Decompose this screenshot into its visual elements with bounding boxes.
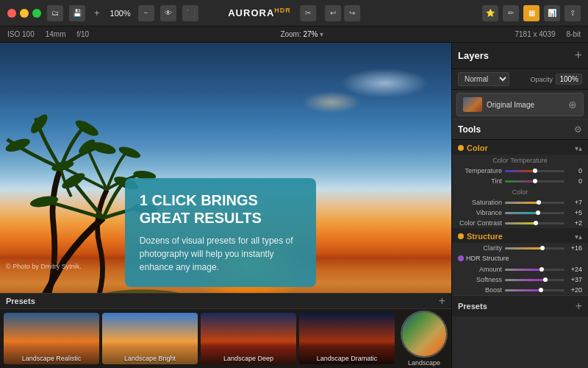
photo-area[interactable]: © Photo by Dmitry Sytnik. 1 CLICK BRINGS… (0, 43, 451, 368)
save-icon[interactable]: 💾 (69, 5, 85, 21)
structure-section-header[interactable]: Structure ▾▴ (452, 228, 588, 243)
vibrance-value: +5 (567, 209, 582, 216)
amount-track[interactable] (505, 269, 564, 271)
vibrance-thumb[interactable] (536, 210, 540, 215)
share-icon[interactable]: ⇪ (564, 5, 581, 21)
panels-icon[interactable]: ⬛ (182, 5, 198, 21)
color-dot (458, 145, 464, 151)
saturation-track[interactable] (505, 202, 564, 204)
svg-point-3 (90, 140, 117, 156)
layers-add-button[interactable]: + (574, 48, 582, 63)
maximize-button[interactable] (32, 9, 41, 18)
histogram-icon[interactable]: 📊 (544, 5, 560, 21)
zoom-display[interactable]: Zoom: 27% ▾ (100, 30, 503, 38)
tools-settings-icon[interactable]: ⚙ (574, 124, 582, 135)
structure-collapse-icon[interactable]: ▾▴ (575, 233, 582, 241)
layer-thumbnail (463, 97, 482, 112)
vibrance-fill (505, 212, 538, 214)
preset-circle[interactable] (401, 311, 448, 358)
temperature-thumb[interactable] (533, 169, 537, 173)
layers-icon[interactable]: ▦ (523, 5, 539, 21)
layer-item[interactable]: Original Image ⊕ (456, 93, 584, 116)
temperature-value: 0 (567, 167, 582, 174)
temperature-slider-row: Temperature 0 (452, 166, 588, 176)
panel-presets-add-button[interactable]: + (576, 300, 582, 313)
hdr-badge: HDR Structure (458, 255, 582, 262)
minimize-button[interactable] (20, 9, 29, 18)
boost-value: +20 (567, 286, 582, 294)
color-section-title: Color (467, 144, 575, 152)
boost-track[interactable] (505, 289, 564, 291)
softness-track[interactable] (505, 279, 564, 281)
color-contrast-value: +2 (567, 219, 582, 227)
blend-mode-select[interactable]: Normal (458, 72, 509, 86)
titlebar-left: 🗂 💾 + 100% − 👁 ⬛ (7, 5, 198, 21)
zoom-out-icon[interactable]: − (138, 5, 154, 21)
softness-fill (505, 279, 545, 281)
amount-slider-row: Amount +24 (452, 264, 588, 275)
tooltip-body: Dozens of visual presets for all types o… (140, 234, 301, 274)
close-button[interactable] (7, 9, 16, 18)
color-collapse-icon[interactable]: ▾▴ (575, 144, 582, 152)
boost-thumb[interactable] (539, 288, 543, 292)
softness-thumb[interactable] (543, 277, 548, 282)
preset-realistic[interactable]: Landscape Realistic (4, 313, 99, 364)
opacity-value[interactable]: 100% (556, 74, 582, 85)
tint-track[interactable] (505, 180, 564, 183)
titlebar-right: ⭐ ✏ ▦ 📊 ⇪ (482, 5, 581, 21)
color-contrast-thumb[interactable] (534, 221, 538, 225)
undo-button[interactable]: ↩ (325, 5, 341, 21)
amount-fill (505, 269, 542, 271)
layer-visibility-icon[interactable]: ⊕ (568, 99, 577, 110)
color-contrast-track[interactable] (505, 222, 564, 224)
image-dimensions: 7181 x 4039 (514, 30, 555, 38)
tint-fill (505, 180, 535, 183)
clarity-slider-row: Clarity +16 (452, 243, 588, 253)
preset-circle-wrap[interactable]: Landscape (401, 311, 448, 367)
redo-button[interactable]: ↪ (344, 5, 360, 21)
panel-presets-header: Presets + (452, 295, 588, 316)
presets-strip: Landscape Realistic Landscape Bright Lan… (0, 309, 451, 368)
photo-credit: © Photo by Dmitry Sytnik. (6, 263, 82, 270)
hdr-dot (458, 255, 464, 261)
clarity-fill (505, 247, 542, 250)
amount-thumb[interactable] (539, 267, 544, 272)
presets-add-button[interactable]: + (439, 294, 445, 308)
tint-thumb[interactable] (533, 179, 537, 183)
color-section: Color ▾▴ Color Temperature Temperature 0… (452, 140, 588, 228)
color-section-header[interactable]: Color ▾▴ (452, 140, 588, 155)
clarity-track[interactable] (505, 247, 564, 250)
eye-icon[interactable]: 👁 (160, 5, 176, 21)
clarity-thumb[interactable] (540, 246, 545, 250)
preset-dramatic[interactable]: Landscape Dramatic (299, 313, 395, 364)
pencil-icon[interactable]: ✏ (503, 5, 519, 21)
blend-mode-row: Normal Opacity 100% (452, 69, 588, 90)
preset-bright[interactable]: Landscape Bright (102, 313, 198, 364)
traffic-lights (7, 9, 41, 18)
saturation-label: Saturation (458, 199, 502, 206)
temperature-label: Temperature (458, 167, 502, 174)
preset-circle-label: Landscape (408, 359, 440, 367)
boost-fill (505, 289, 541, 291)
temperature-track[interactable] (505, 170, 564, 172)
add-button[interactable]: + (94, 7, 100, 18)
folder-icon[interactable]: 🗂 (47, 5, 63, 21)
main-content: © Photo by Dmitry Sytnik. 1 CLICK BRINGS… (0, 43, 588, 368)
titlebar-center: AURORAHDR ✂ ↩ ↪ (228, 5, 360, 21)
star-icon[interactable]: ⭐ (482, 5, 498, 21)
tint-label: Tint (458, 177, 502, 185)
svg-point-9 (60, 170, 87, 191)
crop-icon[interactable]: ✂ (300, 5, 316, 21)
meta-focal: 14mm (46, 30, 66, 38)
tint-slider-row: Tint 0 (452, 176, 588, 186)
layer-name: Original Image (487, 101, 564, 109)
color-contrast-label: Color Contrast (458, 219, 502, 227)
temperature-fill (505, 170, 535, 172)
meta-aperture: f/10 (77, 30, 90, 38)
saturation-thumb[interactable] (537, 200, 541, 205)
svg-point-2 (74, 118, 101, 139)
color-contrast-slider-row: Color Contrast +2 (452, 218, 588, 228)
tooltip-title: 1 CLICK BRINGS GREAT RESULTS (140, 191, 301, 227)
preset-deep[interactable]: Landscape Deep (201, 313, 296, 364)
vibrance-track[interactable] (505, 212, 564, 214)
